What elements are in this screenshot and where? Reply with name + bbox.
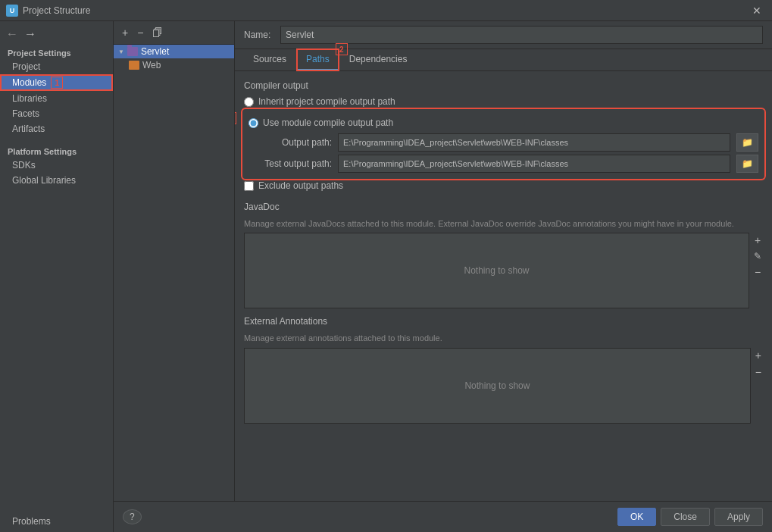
module-web[interactable]: Web [114,58,234,72]
inherit-radio[interactable] [244,97,254,107]
use-module-radio[interactable] [248,118,258,128]
sidebar-item-facets[interactable]: Facets [0,106,113,121]
sidebar-item-label: Libraries [12,93,47,104]
close-dialog-button[interactable]: Close [661,508,710,526]
sidebar-item-libraries[interactable]: Libraries [0,91,113,106]
tab-sources[interactable]: Sources [244,49,295,70]
test-output-path-label: Test output path: [248,158,332,169]
triangle-icon: ▼ [118,49,124,55]
test-output-path-browse-button[interactable]: 📁 [736,155,758,173]
test-output-path-row: Test output path: 📁 [248,155,758,173]
content-area: + − 🗍 ▼ Servlet Web Name: [114,21,772,532]
tab-content: Compiler output Inherit project compile … [235,71,772,501]
exclude-checkbox-row[interactable]: Exclude output paths [244,177,763,194]
sidebar-item-project[interactable]: Project [0,59,113,74]
javadoc-edit-button[interactable]: ✎ [752,249,763,263]
external-annotations-section: External Annotations Manage external ann… [244,316,763,423]
help-button[interactable]: ? [123,509,142,524]
window-title: Project Structure [23,5,743,16]
footer: ? OK Close Apply [114,501,772,532]
output-path-row: Output path: 📁 [248,133,758,152]
right-panel: Name: Sources Paths 2 Dependencies [235,21,772,501]
use-module-label: Use module compile output path [263,117,393,128]
sidebar-item-label: Modules [12,77,46,88]
name-label: Name: [244,30,274,40]
sidebar-item-label: Global Libraries [12,175,76,186]
tabs-bar: Sources Paths 2 Dependencies [235,49,772,71]
project-settings-label: Project Settings [0,44,113,59]
sidebar-item-problems[interactable]: Problems [0,514,113,529]
compiler-output-title: Compiler output [244,80,763,91]
javadoc-actions: + ✎ − [752,233,763,308]
module-toolbar: + − 🗍 [114,21,234,45]
test-output-path-input[interactable] [338,155,730,173]
javadoc-list-container: Nothing to show + ✎ − [244,233,763,308]
ext-ann-nothing-label: Nothing to show [464,380,530,391]
web-folder-icon [129,61,139,70]
javadoc-remove-button[interactable]: − [752,264,763,280]
ext-ann-nothing-box: Nothing to show [244,348,751,424]
compiler-output-section: Compiler output Inherit project compile … [244,80,763,194]
sidebar-item-global-libraries[interactable]: Global Libraries [0,173,113,188]
external-annotations-description: Manage external annotations attached to … [244,333,763,344]
annotation-3: 3 [235,112,236,124]
javadoc-description: Manage external JavaDocs attached to thi… [244,218,763,230]
javadoc-nothing-label: Nothing to show [464,265,529,276]
sidebar-item-label: Problems [12,516,51,527]
use-module-radio-option[interactable]: Use module compile output path 3 [248,115,758,130]
app-icon: U [6,5,18,17]
external-annotations-title: External Annotations [244,316,763,327]
ext-ann-actions: + − [754,348,763,424]
remove-module-button[interactable]: − [133,24,147,41]
javadoc-nothing-box: Nothing to show [244,233,749,308]
sidebar-item-label: Project [12,61,40,72]
close-button[interactable]: ✕ [748,3,766,18]
ok-button[interactable]: OK [617,508,656,526]
name-input[interactable] [280,26,763,44]
inherit-radio-option[interactable]: Inherit project compile output path [244,94,763,109]
module-folder-icon [127,47,138,56]
sidebar-item-artifacts[interactable]: Artifacts [0,121,113,136]
sidebar-item-label: Artifacts [12,124,45,134]
output-path-label: Output path: [248,137,332,148]
add-module-button[interactable]: + [118,24,132,41]
output-path-input[interactable] [338,133,730,152]
ext-ann-list: Nothing to show [244,348,751,424]
footer-left: ? [123,509,142,524]
back-button[interactable]: ← [5,27,20,41]
tab-dependencies[interactable]: Dependencies [340,49,417,70]
apply-button[interactable]: Apply [714,508,763,526]
javadoc-title: JavaDoc [244,202,763,212]
javadoc-section: JavaDoc Manage external JavaDocs attache… [244,202,763,308]
exclude-checkbox[interactable] [244,181,254,191]
footer-right: OK Close Apply [617,508,763,526]
nav-arrows: ← → [0,24,113,44]
sidebar-item-modules[interactable]: Modules 1 [0,74,113,91]
sidebar: ← → Project Settings Project Modules 1 L… [0,21,114,532]
title-bar: U Project Structure ✕ [0,0,772,21]
ext-ann-remove-button[interactable]: − [754,365,763,380]
module-servlet-label: Servlet [141,46,169,57]
main-container: ← → Project Settings Project Modules 1 L… [0,21,772,532]
javadoc-add-button[interactable]: + [752,233,763,248]
ext-ann-list-container: Nothing to show + − [244,348,763,424]
module-tree-panel: + − 🗍 ▼ Servlet Web [114,21,235,501]
javadoc-list: Nothing to show [244,233,749,308]
module-web-label: Web [142,60,161,70]
annotation-1: 1 [51,77,63,89]
copy-module-button[interactable]: 🗍 [148,24,167,41]
sidebar-item-label: Facets [12,108,39,119]
exclude-label: Exclude output paths [258,180,343,191]
ext-ann-add-button[interactable]: + [754,348,763,363]
inherit-label: Inherit project compile output path [258,96,395,107]
forward-button[interactable]: → [23,27,38,41]
sidebar-item-label: SDKs [12,160,36,171]
use-module-box: Use module compile output path 3 Output … [244,111,763,177]
sidebar-item-sdks[interactable]: SDKs [0,158,113,173]
name-row: Name: [235,21,772,49]
platform-settings-label: Platform Settings [0,142,113,158]
output-path-browse-button[interactable]: 📁 [736,133,758,152]
tab-paths[interactable]: Paths 2 [297,49,339,70]
module-servlet[interactable]: ▼ Servlet [114,45,234,58]
